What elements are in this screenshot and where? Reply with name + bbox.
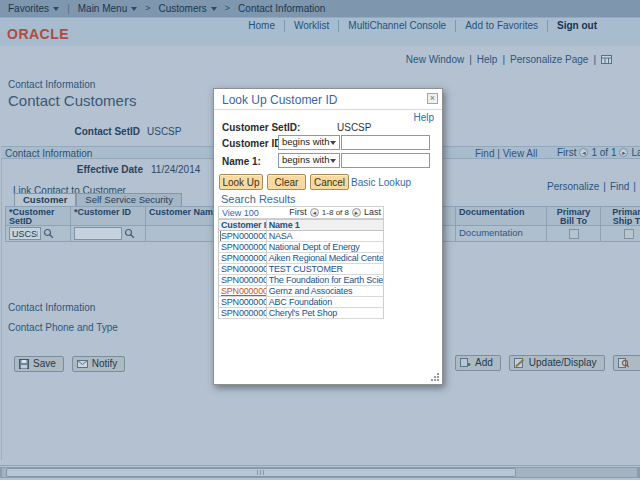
link-help[interactable]: Help <box>477 54 498 66</box>
clear-button[interactable]: Clear <box>267 174 306 190</box>
chevron-separator: > <box>225 3 230 13</box>
pagination-position: 1 of 1 <box>591 147 616 159</box>
result-id-link[interactable]: SPN0000003 <box>219 253 267 264</box>
groupbox-links: Find | View All <box>475 148 537 160</box>
result-id-link[interactable]: SPN0000002 <box>219 242 267 253</box>
breadcrumb-favorites[interactable]: Favorites <box>8 3 59 15</box>
basic-lookup-link[interactable]: Basic Lookup <box>351 177 411 189</box>
result-name-link[interactable]: TEST CUSTOMER <box>267 264 384 275</box>
documentation-link[interactable]: Documentation <box>459 228 523 239</box>
nav-sign-out[interactable]: Sign out <box>547 20 606 32</box>
breadcrumb-contact-information[interactable]: Contact Information <box>238 3 325 15</box>
result-name-link[interactable]: The Foundation for Earth Science <box>267 275 384 286</box>
update-display-label: Update/Display <box>529 357 597 369</box>
cancel-button[interactable]: Cancel <box>310 174 349 190</box>
caret-down-icon <box>330 159 336 163</box>
result-name-link[interactable]: Cheryl's Pet Shop <box>267 308 384 319</box>
col-customer-id: *Customer ID <box>70 206 146 226</box>
grid-cell-primary-bill <box>546 225 601 242</box>
result-id-link[interactable]: SPN0000008 <box>219 308 267 319</box>
notify-button[interactable]: Notify <box>72 356 126 372</box>
results-toolbar: View 100 First ◂ 1-8 of 8 ▸ Last <box>218 206 384 219</box>
customer-id-input[interactable] <box>341 135 430 150</box>
customer-id-operator-select[interactable]: begins with <box>278 135 340 150</box>
close-icon[interactable]: × <box>427 93 438 104</box>
customer-id-grid-input[interactable] <box>74 227 122 240</box>
result-name-link[interactable]: National Dept of Energy <box>267 242 384 253</box>
separator: | <box>497 148 500 159</box>
next-icon[interactable]: ▸ <box>352 208 361 217</box>
result-id-link[interactable]: SPN0000004 <box>219 264 267 275</box>
primary-bill-checkbox[interactable] <box>569 229 579 239</box>
result-row: SPN0000007 ABC Foundation <box>219 297 384 308</box>
result-row: SPN0000001 NASA <box>219 231 384 242</box>
primary-ship-checkbox[interactable] <box>624 229 634 239</box>
setid-input[interactable] <box>9 227 41 240</box>
contact-setid-label: Contact SetID <box>0 126 140 138</box>
grid-find-link[interactable]: Find <box>610 181 629 193</box>
nav-worklist[interactable]: Worklist <box>284 20 338 32</box>
link-personalize-page[interactable]: Personalize Page <box>510 54 588 66</box>
horizontal-scrollbar-thumb[interactable] <box>6 468 516 477</box>
oracle-logo: ORACLE <box>7 26 69 42</box>
look-up-button[interactable]: Look Up <box>219 174 263 190</box>
result-row: SPN0000004 TEST CUSTOMER <box>219 264 384 275</box>
result-name-link[interactable]: ABC Foundation <box>267 297 384 308</box>
grid-personalize-link[interactable]: Personalize <box>547 181 599 193</box>
resize-grip-icon[interactable] <box>431 373 440 382</box>
name1-operator-select[interactable]: begins with <box>278 153 340 168</box>
col-customer-setid: *Customer SetID <box>5 206 71 226</box>
col-primary-bill-to: Primary Bill To <box>546 206 601 226</box>
breadcrumb-customers[interactable]: Customers <box>158 3 216 15</box>
next-icon[interactable]: ▸ <box>619 148 628 157</box>
content-top-link[interactable]: Contact Information <box>8 79 95 91</box>
name1-input[interactable] <box>341 153 430 168</box>
result-id-link[interactable]: SPN0000005 <box>219 275 267 286</box>
scrollbar-end-left[interactable] <box>0 467 2 478</box>
result-name-link[interactable]: Gernz and Associates <box>267 286 384 297</box>
results-table: Customer ID Name 1 SPN0000001 NASA SPN00… <box>218 219 384 319</box>
result-id-link[interactable]: SPN0000001 <box>220 231 267 242</box>
separator: | <box>502 54 505 66</box>
grid-cell-customer-id <box>70 225 146 242</box>
page-title: Contact Customers <box>8 92 136 109</box>
grid-cell-documentation: Documentation <box>455 225 547 242</box>
caret-down-icon <box>330 141 336 145</box>
prev-icon[interactable]: ◂ <box>310 208 319 217</box>
link-new-window[interactable]: New Window <box>406 54 464 66</box>
update-display-button[interactable]: Update/Display <box>509 355 605 371</box>
add-button[interactable]: Add <box>455 355 501 371</box>
result-row: SPN0000008 Cheryl's Pet Shop <box>219 308 384 319</box>
customer-id-lookup-icon[interactable] <box>124 228 135 239</box>
plus-icon <box>460 358 471 368</box>
content-divider <box>0 465 640 466</box>
breadcrumb-main-menu[interactable]: Main Menu <box>78 3 137 15</box>
disk-icon <box>19 359 29 369</box>
link-contact-phone-and-type[interactable]: Contact Phone and Type <box>8 322 118 334</box>
result-id-link[interactable]: SPN0000006 <box>221 286 267 296</box>
prev-icon[interactable]: ◂ <box>579 148 588 157</box>
results-first-label: First <box>289 207 307 217</box>
pagination-first-label: First <box>557 147 576 159</box>
view-all-link[interactable]: View All <box>503 148 538 159</box>
caret-down-icon <box>211 7 217 11</box>
dialog-help-link[interactable]: Help <box>413 112 434 124</box>
breadcrumb-label: Main Menu <box>78 3 127 15</box>
nav-home[interactable]: Home <box>239 20 284 32</box>
result-row: SPN0000006 Gernz and Associates <box>219 286 384 297</box>
layout-grid-icon[interactable] <box>601 55 612 64</box>
nav-add-to-favorites[interactable]: Add to Favorites <box>455 20 547 32</box>
view-100-link[interactable]: View 100 <box>222 208 259 218</box>
result-name-link[interactable]: Aiken Regional Medical Center <box>267 253 384 264</box>
nav-multichannel-console[interactable]: MultiChannel Console <box>338 20 455 32</box>
find-link[interactable]: Find <box>475 148 494 159</box>
result-row: SPN0000005 The Foundation for Earth Scie… <box>219 275 384 286</box>
result-id-link[interactable]: SPN0000007 <box>219 297 267 308</box>
save-label: Save <box>33 358 56 370</box>
save-button[interactable]: Save <box>14 356 64 372</box>
setid-lookup-icon[interactable] <box>43 228 54 239</box>
clipped-action-button[interactable] <box>613 355 640 371</box>
results-header-row: Customer ID Name 1 <box>219 220 384 231</box>
link-contact-information[interactable]: Contact Information <box>8 302 95 314</box>
result-name-link[interactable]: NASA <box>267 231 384 242</box>
